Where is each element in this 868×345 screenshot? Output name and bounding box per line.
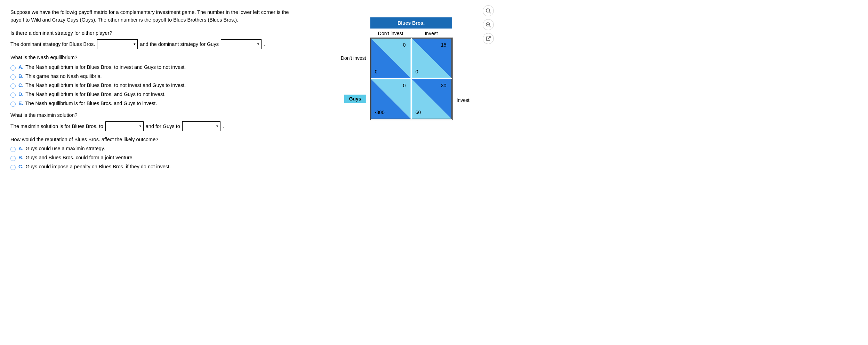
nash-label-d: D. The Nash equilibrium is for Blues Bro… — [18, 91, 166, 97]
external-link-icon-btn[interactable] — [483, 33, 494, 44]
nash-option-d[interactable]: D. The Nash equilibrium is for Blues Bro… — [10, 91, 292, 98]
reputation-label-a: A. Guys could use a maximin strategy. — [18, 146, 105, 151]
reputation-radio-c[interactable] — [10, 165, 16, 170]
svg-point-0 — [486, 9, 490, 12]
cell-01: 15 0 — [412, 38, 452, 78]
nash-option-e[interactable]: E. The Nash equilibrium is for Blues Bro… — [10, 101, 292, 107]
dominant-strategy-row: The dominant strategy for Blues Bros. is… — [10, 39, 292, 49]
nash-label-c: C. The Nash equilibrium is for Blues Bro… — [18, 82, 186, 88]
nash-option-b[interactable]: B. This game has no Nash equilibria. — [10, 73, 292, 80]
reputation-label-b: B. Guys and Blues Bros. could form a joi… — [18, 155, 134, 160]
nash-label-b: B. This game has no Nash equilibria. — [18, 73, 102, 79]
blues-dropdown-wrapper[interactable]: is invest is not invest does not exist — [97, 39, 138, 49]
reputation-label-c: C. Guys could impose a penalty on Blues … — [18, 164, 171, 169]
guys-box: Guys — [344, 95, 366, 103]
dominant-label-mid: and the dominant strategy for Guys — [140, 41, 219, 47]
cell-01-top: 15 — [441, 42, 447, 48]
matrix-container: Blues Bros. Don't invest Invest Don't in… — [316, 17, 469, 120]
cell-10-top: 0 — [403, 83, 406, 88]
reputation-option-b[interactable]: B. Guys and Blues Bros. could form a joi… — [10, 155, 292, 161]
nash-question: What is the Nash equilibrium? — [10, 55, 292, 60]
cell-00-bottom: 0 — [375, 69, 378, 74]
invest-label-col: Invest — [453, 38, 469, 120]
intro-text: Suppose we have the followig payoff matr… — [10, 8, 292, 24]
cell-10: 0 -300 — [371, 79, 411, 119]
nash-label-e: E. The Nash equilibrium is for Blues Bro… — [18, 101, 157, 106]
right-panel: Blues Bros. Don't invest Invest Don't in… — [303, 0, 497, 345]
reputation-radio-b[interactable] — [10, 156, 16, 161]
cell-10-bottom: -300 — [375, 110, 385, 115]
maximin-blues-dropdown[interactable]: invest not invest — [105, 121, 144, 131]
guys-dropdown-wrapper[interactable]: is invest is not invest does not exist — [221, 39, 262, 49]
rep-letter-a: A. — [18, 146, 24, 151]
nash-letter-c: C. — [18, 82, 24, 88]
cell-11: 30 60 — [412, 79, 452, 119]
col-label-invest: Invest — [411, 31, 452, 36]
maximin-blues-wrapper[interactable]: invest not invest — [105, 121, 144, 131]
nash-radio-b[interactable] — [10, 74, 16, 80]
nash-radio-e[interactable] — [10, 102, 16, 107]
rep-letter-c: C. — [18, 164, 24, 169]
nash-radio-d[interactable] — [10, 93, 16, 98]
nash-radio-c[interactable] — [10, 83, 16, 89]
nash-option-c[interactable]: C. The Nash equilibrium is for Blues Bro… — [10, 82, 292, 89]
cell-11-top: 30 — [441, 83, 447, 88]
svg-line-4 — [489, 26, 491, 27]
nash-letter-a: A. — [18, 64, 24, 70]
maximin-row: The maximin solution is for Blues Bros. … — [10, 121, 292, 131]
nash-radio-a[interactable] — [10, 65, 16, 71]
row-invest-label: Invest — [457, 97, 469, 103]
dominant-label-start: The dominant strategy for Blues Bros. — [10, 41, 95, 47]
maximin-label-end: . — [223, 123, 224, 129]
blues-bros-header: Blues Bros. — [370, 17, 452, 29]
maximin-guys-wrapper[interactable]: invest not invest — [182, 121, 220, 131]
cell-00-top: 0 — [403, 42, 406, 48]
maximin-guys-dropdown[interactable]: invest not invest — [182, 121, 220, 131]
blues-dominant-dropdown[interactable]: is invest is not invest does not exist — [97, 39, 138, 49]
maximin-question: What is the maximin solution? — [10, 112, 292, 118]
row-label-dont-invest: Don't invest — [341, 55, 366, 61]
reputation-radio-a[interactable] — [10, 147, 16, 152]
zoom-out-icon-btn[interactable] — [483, 19, 494, 30]
rep-letter-b: B. — [18, 155, 24, 160]
dominant-question: Is there a dominant strategy for either … — [10, 30, 292, 36]
cell-01-bottom: 0 — [416, 69, 418, 74]
svg-line-5 — [488, 37, 490, 39]
reputation-option-a[interactable]: A. Guys could use a maximin strategy. — [10, 146, 292, 152]
search-icon-btn[interactable] — [483, 5, 494, 16]
matrix-body: Don't invest Guys 0 0 — [316, 38, 469, 120]
nash-label-a: A. The Nash equilibrium is for Blues Bro… — [18, 64, 186, 70]
col-label-dont-invest: Don't invest — [370, 31, 411, 36]
guys-dominant-dropdown[interactable]: is invest is not invest does not exist — [221, 39, 262, 49]
nash-option-a[interactable]: A. The Nash equilibrium is for Blues Bro… — [10, 64, 292, 71]
icon-bar — [483, 5, 494, 44]
maximin-label-mid: and for Guys to — [146, 123, 180, 129]
cell-11-bottom: 60 — [416, 110, 421, 115]
nash-letter-b: B. — [18, 73, 24, 79]
reputation-question: How would the reputation of Blues Bros. … — [10, 137, 292, 142]
reputation-option-c[interactable]: C. Guys could impose a penalty on Blues … — [10, 164, 292, 170]
row-labels: Don't invest Guys — [316, 38, 370, 120]
cell-00: 0 0 — [371, 38, 411, 78]
maximin-label-start: The maximin solution is for Blues Bros. … — [10, 123, 103, 129]
dominant-label-end: . — [264, 41, 265, 47]
nash-letter-e: E. — [18, 101, 23, 106]
main-content: Suppose we have the followig payoff matr… — [0, 0, 303, 345]
nash-letter-d: D. — [18, 91, 24, 97]
svg-line-1 — [489, 12, 491, 13]
